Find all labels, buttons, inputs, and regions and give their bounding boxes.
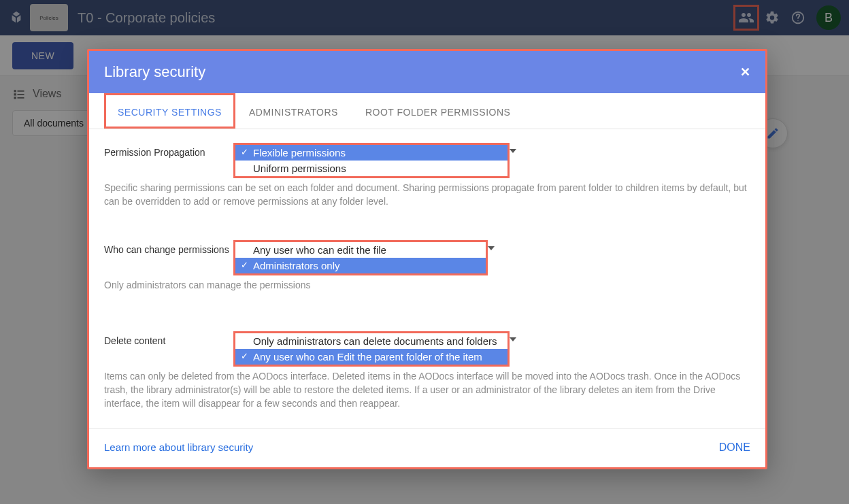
delete-option-admins-only[interactable]: Only administrators can delete documents… [235, 333, 507, 349]
delete-label: Delete content [104, 331, 233, 346]
propagation-desc: Specific sharing permissions can be set … [104, 181, 750, 209]
change-row: Who can change permissions Any user who … [104, 240, 750, 275]
dialog-footer: Learn more about library security DONE [89, 429, 765, 467]
library-security-dialog: Library security ✕ SECURITY SETTINGS ADM… [87, 49, 767, 469]
change-dropdown[interactable]: Any user who can edit the file Administr… [233, 240, 488, 275]
close-icon[interactable]: ✕ [740, 65, 750, 80]
change-label: Who can change permissions [104, 240, 247, 255]
dialog-tabs: SECURITY SETTINGS ADMINISTRATORS ROOT FO… [89, 93, 765, 129]
tab-root-folder-permissions[interactable]: ROOT FOLDER PERMISSIONS [352, 93, 525, 129]
delete-option-any-editor[interactable]: Any user who can Edit the parent folder … [235, 349, 507, 365]
done-button[interactable]: DONE [719, 441, 750, 454]
learn-more-link[interactable]: Learn more about library security [104, 441, 253, 453]
propagation-label: Permission Propagation [104, 143, 233, 158]
delete-row: Delete content Only administrators can d… [104, 331, 750, 367]
propagation-row: Permission Propagation Flexible permissi… [104, 143, 750, 178]
tab-administrators[interactable]: ADMINISTRATORS [235, 93, 352, 129]
tab-security-settings[interactable]: SECURITY SETTINGS [104, 93, 235, 129]
change-option-any-user[interactable]: Any user who can edit the file [235, 242, 486, 258]
dialog-body: Permission Propagation Flexible permissi… [89, 129, 765, 429]
change-desc: Only administrators can manage the permi… [104, 278, 750, 292]
delete-desc: Items can only be deleted from the AODoc… [104, 369, 750, 411]
propagation-dropdown[interactable]: Flexible permissions Uniform permissions [233, 143, 510, 178]
dialog-header: Library security ✕ [89, 51, 765, 93]
propagation-option-flexible[interactable]: Flexible permissions [235, 145, 507, 161]
change-option-admins-only[interactable]: Administrators only [235, 258, 486, 273]
dialog-title: Library security [104, 63, 205, 81]
propagation-option-uniform[interactable]: Uniform permissions [235, 161, 507, 176]
delete-dropdown[interactable]: Only administrators can delete documents… [233, 331, 510, 367]
